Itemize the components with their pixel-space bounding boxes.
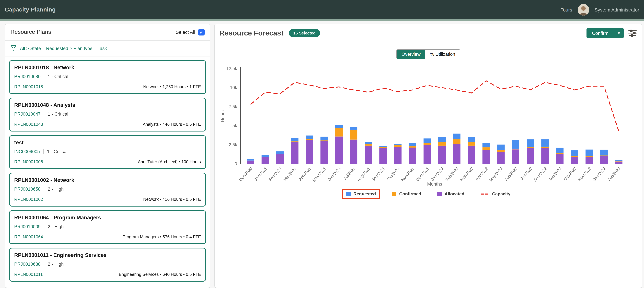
bar-allocated[interactable]: [394, 147, 402, 164]
bar-confirmed[interactable]: [320, 140, 328, 141]
bar-allocated[interactable]: [262, 157, 269, 164]
filter-breadcrumb[interactable]: All > State = Requested > Plan type = Ta…: [20, 46, 107, 51]
tours-link[interactable]: Tours: [560, 7, 572, 12]
bar-allocated[interactable]: [615, 162, 622, 164]
bar-requested[interactable]: [424, 138, 431, 143]
bar-allocated[interactable]: [350, 140, 357, 164]
legend-item-requested[interactable]: Requested: [342, 189, 380, 199]
bar-requested[interactable]: [556, 148, 564, 153]
bar-requested[interactable]: [364, 142, 372, 144]
plan-card[interactable]: RPLN0001064 - Program Managers PRJ001000…: [9, 210, 206, 244]
bar-requested[interactable]: [350, 127, 357, 130]
bar-confirmed[interactable]: [424, 143, 431, 145]
bar-confirmed[interactable]: [600, 156, 608, 156]
bar-confirmed[interactable]: [527, 147, 534, 148]
bar-allocated[interactable]: [409, 148, 416, 164]
bar-allocated[interactable]: [320, 141, 328, 164]
bar-allocated[interactable]: [335, 137, 343, 164]
bar-requested[interactable]: [291, 138, 298, 141]
bar-allocated[interactable]: [379, 148, 387, 164]
bar-requested[interactable]: [394, 144, 402, 145]
bar-allocated[interactable]: [306, 140, 313, 164]
bar-requested[interactable]: [615, 160, 622, 161]
bar-confirmed[interactable]: [409, 146, 416, 148]
bar-requested[interactable]: [306, 136, 313, 139]
chevron-down-icon[interactable]: ▼: [614, 28, 624, 38]
bar-confirmed[interactable]: [364, 144, 372, 146]
bar-allocated[interactable]: [276, 154, 284, 164]
bar-confirmed[interactable]: [541, 147, 549, 148]
bar-confirmed[interactable]: [586, 156, 593, 157]
bar-allocated[interactable]: [541, 148, 549, 164]
plan-ref-link[interactable]: PRJ0010658: [14, 186, 40, 192]
plan-card[interactable]: RPLN0001048 - Analysts PRJ0010047 1 - Cr…: [9, 98, 206, 131]
plan-ref-link[interactable]: INC0009005: [14, 149, 40, 154]
bar-confirmed[interactable]: [615, 161, 622, 161]
plan-id-link[interactable]: RPLN0001006: [14, 159, 43, 164]
plan-id-link[interactable]: RPLN0001002: [14, 197, 43, 202]
plan-ref-link[interactable]: PRJ0010047: [14, 111, 40, 116]
bar-allocated[interactable]: [247, 161, 254, 164]
bar-confirmed[interactable]: [497, 150, 505, 152]
tab-overview[interactable]: Overview: [397, 50, 425, 59]
bar-allocated[interactable]: [453, 144, 460, 164]
legend-item-capacity[interactable]: Capacity: [476, 189, 514, 199]
bar-requested[interactable]: [409, 143, 416, 146]
bar-requested[interactable]: [335, 125, 343, 128]
bar-allocated[interactable]: [586, 157, 593, 164]
bar-confirmed[interactable]: [453, 139, 460, 144]
bar-confirmed[interactable]: [306, 139, 313, 140]
bar-requested[interactable]: [482, 143, 490, 147]
plan-card[interactable]: RPLN0001002 - Network PRJ0010658 2 - Hig…: [9, 173, 206, 207]
bar-allocated[interactable]: [424, 145, 431, 164]
plan-id-link[interactable]: RPLN0001011: [14, 272, 43, 277]
bar-confirmed[interactable]: [350, 130, 357, 140]
bar-confirmed[interactable]: [394, 145, 402, 147]
bar-allocated[interactable]: [571, 157, 578, 164]
bar-requested[interactable]: [438, 137, 446, 142]
tab-utilization[interactable]: % Utilization: [425, 50, 460, 59]
plan-card[interactable]: test INC0009005 1 - Critical RPLN0001006…: [9, 135, 206, 169]
bar-confirmed[interactable]: [512, 149, 519, 150]
avatar[interactable]: [578, 4, 589, 15]
chart-settings-button[interactable]: [628, 28, 637, 38]
plan-ref-link[interactable]: PRJ0010688: [14, 262, 40, 267]
plan-id-link[interactable]: RPLN0001048: [14, 122, 43, 127]
bar-requested[interactable]: [600, 150, 608, 156]
bar-allocated[interactable]: [482, 150, 490, 164]
bar-confirmed[interactable]: [438, 142, 446, 146]
bar-requested[interactable]: [527, 139, 534, 147]
plan-ref-link[interactable]: PRJ0010009: [14, 224, 40, 229]
bar-requested[interactable]: [453, 134, 460, 139]
filter-funnel-icon[interactable]: [10, 45, 16, 52]
user-name[interactable]: System Administrator: [594, 7, 639, 12]
plan-ref-link[interactable]: PRJ0010680: [14, 74, 40, 79]
legend-item-confirmed[interactable]: Confirmed: [388, 189, 425, 199]
bar-confirmed[interactable]: [468, 142, 475, 146]
bar-requested[interactable]: [247, 159, 254, 161]
confirm-button[interactable]: Confirm: [586, 28, 614, 38]
bar-requested[interactable]: [512, 140, 519, 149]
bar-allocated[interactable]: [438, 146, 446, 164]
bar-allocated[interactable]: [527, 148, 534, 164]
capacity-line[interactable]: [251, 81, 619, 131]
bar-allocated[interactable]: [364, 146, 372, 164]
bar-allocated[interactable]: [291, 142, 298, 164]
legend-item-allocated[interactable]: Allocated: [434, 189, 468, 199]
bar-requested[interactable]: [468, 137, 475, 142]
bar-requested[interactable]: [320, 137, 328, 140]
plan-card[interactable]: RPLN0001018 - Network PRJ0010680 1 - Cri…: [9, 60, 206, 94]
bar-confirmed[interactable]: [379, 147, 387, 148]
bar-allocated[interactable]: [468, 146, 475, 164]
bar-requested[interactable]: [586, 150, 593, 156]
plan-card[interactable]: RPLN0001011 - Engineering Services PRJ00…: [9, 248, 206, 282]
bar-allocated[interactable]: [497, 152, 505, 164]
bar-confirmed[interactable]: [335, 128, 343, 137]
plan-id-link[interactable]: RPLN0001064: [14, 234, 43, 239]
bar-requested[interactable]: [541, 139, 549, 147]
bar-confirmed[interactable]: [482, 147, 490, 150]
bar-allocated[interactable]: [556, 154, 564, 164]
bar-confirmed[interactable]: [556, 153, 564, 154]
bar-requested[interactable]: [571, 150, 578, 156]
bar-allocated[interactable]: [600, 156, 608, 164]
